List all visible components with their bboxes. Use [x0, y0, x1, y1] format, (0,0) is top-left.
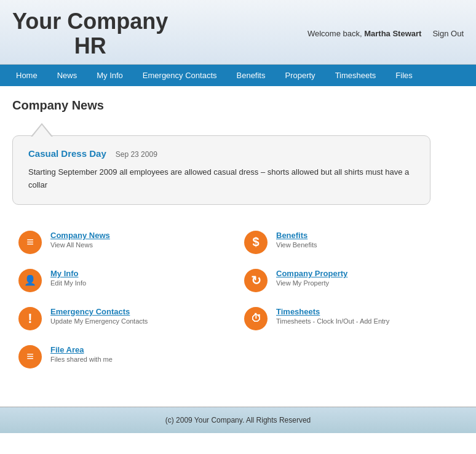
- my-info-icon: [18, 269, 42, 292]
- emergency-contacts-sub: Update My Emergency Contacts: [50, 317, 148, 325]
- company-property-sub: View My Property: [276, 279, 347, 287]
- timesheets-link[interactable]: Timesheets: [276, 307, 320, 316]
- bubble-arrow: [31, 123, 53, 137]
- news-bubble-container: Casual Dress Day Sep 23 2009 Starting Se…: [12, 122, 464, 205]
- my-info-sub: Edit My Info: [50, 279, 86, 287]
- link-item-benefits: Benefits View Benefits: [238, 223, 464, 261]
- emergency-contacts-text: Emergency Contacts Update My Emergency C…: [50, 307, 148, 325]
- company-news-icon: [18, 231, 42, 254]
- emergency-contacts-icon: [18, 307, 42, 330]
- nav-benefits[interactable]: Benefits: [227, 65, 276, 86]
- news-body: Starting September 2009 all employees ar…: [28, 166, 415, 192]
- nav-home[interactable]: Home: [6, 65, 47, 86]
- timesheets-sub: Timesheets - Clock In/Out - Add Entry: [276, 317, 389, 325]
- nav-files[interactable]: Files: [386, 65, 422, 86]
- header: Your Company HR Welcome back, Martha Ste…: [0, 0, 476, 65]
- my-info-link[interactable]: My Info: [50, 269, 79, 278]
- nav-my-info[interactable]: My Info: [87, 65, 133, 86]
- file-area-sub: Files shared with me: [50, 356, 113, 363]
- link-item-company-property: Company Property View My Property: [238, 261, 464, 300]
- sign-out-link[interactable]: Sign Out: [432, 29, 464, 38]
- nav-emergency-contacts[interactable]: Emergency Contacts: [133, 65, 227, 86]
- header-user-area: Welcome back, Martha Stewart Sign Out: [307, 29, 464, 38]
- company-news-sub: View All News: [50, 241, 110, 249]
- bubble-arrow-inner: [32, 125, 52, 137]
- link-item-file-area: File Area Files shared with me: [12, 338, 238, 376]
- news-title: Casual Dress Day: [28, 148, 106, 159]
- company-property-link[interactable]: Company Property: [276, 269, 347, 278]
- nav-timesheets[interactable]: Timesheets: [325, 65, 386, 86]
- footer-text: (c) 2009 Your Company. All Rights Reserv…: [165, 416, 311, 424]
- nav-property[interactable]: Property: [275, 65, 325, 86]
- company-news-text: Company News View All News: [50, 231, 110, 249]
- app-logo: Your Company HR: [12, 9, 168, 58]
- timesheets-icon: [244, 307, 268, 330]
- emergency-contacts-link[interactable]: Emergency Contacts: [50, 307, 130, 316]
- company-news-link[interactable]: Company News: [50, 231, 110, 240]
- footer: (c) 2009 Your Company. All Rights Reserv…: [0, 407, 476, 433]
- link-item-timesheets: Timesheets Timesheets - Clock In/Out - A…: [238, 300, 464, 338]
- benefits-sub: View Benefits: [276, 241, 317, 249]
- user-name: Martha Stewart: [364, 29, 421, 38]
- welcome-message: Welcome back, Martha Stewart: [307, 29, 421, 38]
- timesheets-text: Timesheets Timesheets - Clock In/Out - A…: [276, 307, 389, 325]
- company-property-icon: [244, 269, 268, 292]
- file-area-text: File Area Files shared with me: [50, 345, 113, 363]
- benefits-icon: [244, 231, 268, 254]
- news-headline: Casual Dress Day Sep 23 2009: [28, 148, 415, 159]
- benefits-text: Benefits View Benefits: [276, 231, 317, 249]
- benefits-link[interactable]: Benefits: [276, 231, 307, 240]
- news-bubble: Casual Dress Day Sep 23 2009 Starting Se…: [12, 135, 430, 205]
- page-title: Company News: [12, 98, 464, 113]
- link-item-company-news: Company News View All News: [12, 223, 238, 261]
- news-date: Sep 23 2009: [116, 150, 157, 159]
- file-area-link[interactable]: File Area: [50, 345, 84, 354]
- main-content: Company News Casual Dress Day Sep 23 200…: [0, 86, 476, 388]
- link-item-my-info: My Info Edit My Info: [12, 261, 238, 300]
- links-grid: Company News View All News Benefits View…: [12, 223, 464, 376]
- company-property-text: Company Property View My Property: [276, 269, 347, 287]
- navbar: Home News My Info Emergency Contacts Ben…: [0, 65, 476, 86]
- file-area-icon: [18, 345, 42, 368]
- nav-news[interactable]: News: [47, 65, 87, 86]
- link-item-emergency-contacts: Emergency Contacts Update My Emergency C…: [12, 300, 238, 338]
- my-info-text: My Info Edit My Info: [50, 269, 86, 287]
